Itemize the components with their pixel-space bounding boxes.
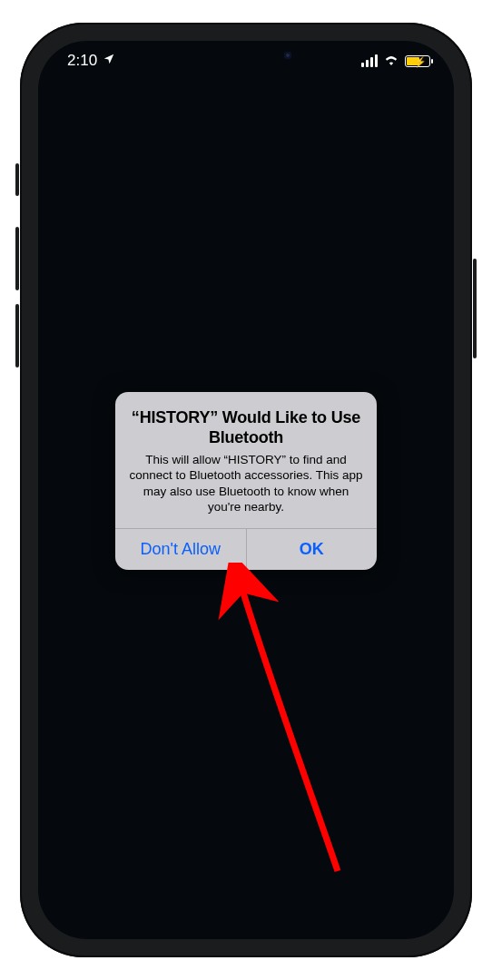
cellular-signal-icon xyxy=(361,54,378,67)
dont-allow-button[interactable]: Don't Allow xyxy=(115,529,246,570)
volume-up-button[interactable] xyxy=(15,227,19,290)
location-arrow-icon xyxy=(103,52,115,70)
alert-message: This will allow “HISTORY” to find and co… xyxy=(128,452,364,515)
front-camera-icon xyxy=(284,52,291,59)
battery-charging-icon: ⚡ xyxy=(405,55,430,67)
phone-frame: 2:10 ⚡ “HISTORY” Would Like to Use Bluet… xyxy=(20,23,472,957)
permission-alert: “HISTORY” Would Like to Use Bluetooth Th… xyxy=(115,392,377,569)
clock-label: 2:10 xyxy=(67,52,97,70)
modal-overlay: “HISTORY” Would Like to Use Bluetooth Th… xyxy=(38,41,454,939)
notch xyxy=(137,41,355,70)
silence-switch[interactable] xyxy=(15,163,19,196)
alert-title: “HISTORY” Would Like to Use Bluetooth xyxy=(128,408,364,447)
screen: 2:10 ⚡ “HISTORY” Would Like to Use Bluet… xyxy=(38,41,454,939)
power-button[interactable] xyxy=(473,259,477,358)
ok-button[interactable]: OK xyxy=(247,529,378,570)
volume-down-button[interactable] xyxy=(15,304,19,368)
wifi-icon xyxy=(383,52,399,70)
